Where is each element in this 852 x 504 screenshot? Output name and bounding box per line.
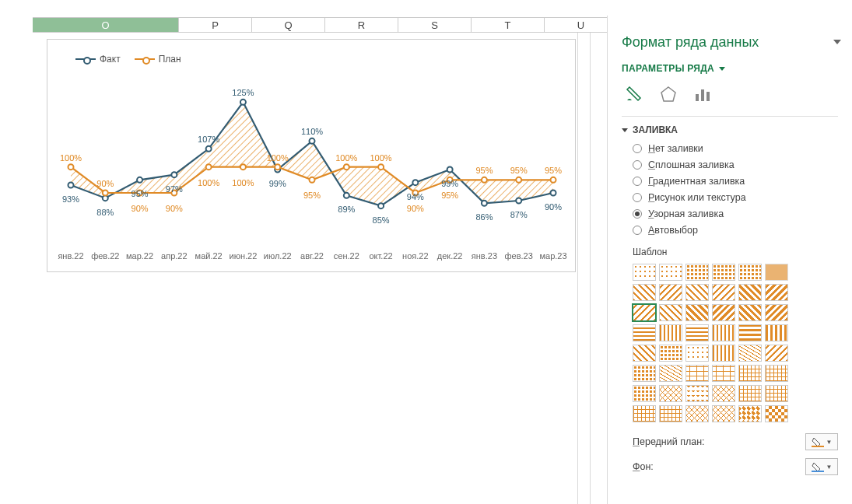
pattern-swatch[interactable] [659,304,682,321]
pattern-swatch[interactable] [633,264,656,281]
chevron-down-icon [719,67,725,71]
data-label: 95% [510,166,528,175]
pattern-swatch[interactable] [659,385,682,402]
column-header-T[interactable]: T [472,18,545,32]
pattern-swatch[interactable] [659,264,682,281]
fill-line-tab-icon[interactable] [625,85,643,103]
pattern-swatch[interactable] [659,324,682,341]
background-color-button[interactable]: ▼ [805,458,838,475]
fill-option-radio[interactable]: Градиентная заливка [633,176,838,187]
fill-option-radio[interactable]: Нет заливки [633,143,838,154]
fill-option-label: Автовыбор [648,225,698,236]
pattern-swatch[interactable] [738,345,762,362]
panel-options-dropdown-icon[interactable] [833,37,841,45]
pattern-swatch[interactable] [765,405,788,422]
pattern-swatch[interactable] [633,365,656,382]
pattern-swatch[interactable] [765,324,788,341]
fill-section-header[interactable]: ЗАЛИВКА [622,116,838,135]
pattern-swatch[interactable] [738,385,762,402]
pattern-swatch[interactable] [712,264,735,281]
pattern-swatch[interactable] [712,345,735,362]
fill-option-radio[interactable]: Рисунок или текстура [633,192,838,203]
foreground-color-button[interactable]: ▼ [805,433,838,450]
fill-option-radio[interactable]: Сплошная заливка [633,159,838,170]
pattern-swatch[interactable] [738,365,762,382]
svg-point-26 [378,164,384,170]
panel-title: Формат ряда данных [622,34,838,51]
legend-item-plan[interactable]: План [135,54,181,65]
data-label: 95% [545,166,562,175]
fill-section-label: ЗАЛИВКА [633,124,678,135]
svg-rect-37 [812,471,824,472]
pattern-swatch[interactable] [765,345,788,362]
pattern-swatch[interactable] [738,324,762,341]
data-label: 88% [96,208,114,217]
pattern-swatch[interactable] [738,284,762,301]
pattern-swatch[interactable] [659,365,682,382]
pattern-swatch[interactable] [659,284,682,301]
pattern-swatch[interactable] [685,385,709,402]
pattern-swatch[interactable] [685,264,709,281]
effects-tab-icon[interactable] [659,85,678,103]
fill-option-radio[interactable]: Узорная заливка [633,208,838,219]
pattern-swatch[interactable] [685,405,709,422]
svg-point-12 [412,180,418,185]
pattern-swatch[interactable] [633,405,656,422]
background-color-row: Фон: ▼ [633,458,838,475]
svg-point-30 [516,177,521,183]
pattern-swatch[interactable] [712,365,735,382]
column-header-Q[interactable]: Q [252,18,325,32]
pattern-swatch[interactable] [633,304,656,321]
svg-point-31 [551,177,556,183]
pattern-swatch[interactable] [738,304,762,321]
pattern-swatch[interactable] [685,324,709,341]
pattern-swatch[interactable] [765,385,788,402]
pattern-swatch[interactable] [765,264,788,281]
data-label: 90% [407,204,424,213]
svg-point-22 [240,164,246,170]
pattern-swatch[interactable] [659,345,682,362]
svg-point-17 [68,164,74,170]
pattern-swatch[interactable] [765,304,788,321]
pattern-swatch[interactable] [685,304,709,321]
data-label: 107% [198,135,219,144]
fill-option-radio[interactable]: Автовыбор [633,225,838,236]
column-header-S[interactable]: S [398,18,472,32]
pattern-swatch[interactable] [659,405,682,422]
column-header-P[interactable]: P [179,18,252,32]
series-options-dropdown[interactable]: ПАРАМЕТРЫ РЯДА [622,63,838,74]
data-label: 95% [131,189,149,198]
pattern-swatch[interactable] [712,284,735,301]
pattern-swatch[interactable] [685,345,709,362]
pattern-swatch[interactable] [765,284,788,301]
legend-label-plan: План [159,54,181,65]
pattern-swatch[interactable] [633,385,656,402]
svg-point-2 [68,183,74,188]
pattern-swatch[interactable] [633,345,656,362]
svg-point-15 [516,198,521,204]
pattern-swatch[interactable] [712,405,735,422]
pattern-swatch[interactable] [712,304,735,321]
pattern-swatch[interactable] [738,264,762,281]
series-options-tab-icon[interactable] [693,85,712,103]
svg-point-25 [344,164,349,170]
svg-point-14 [482,201,487,206]
column-header-O[interactable]: O [33,18,179,32]
pattern-swatch[interactable] [685,365,709,382]
pattern-swatch[interactable] [633,284,656,301]
pattern-swatch[interactable] [685,284,709,301]
pattern-swatch[interactable] [712,324,735,341]
pattern-swatch[interactable] [765,365,788,382]
pattern-swatch[interactable] [738,405,762,422]
data-label: 89% [338,205,355,214]
data-label: 95% [303,191,321,200]
data-label: 90% [166,204,183,213]
data-label: 90% [545,202,562,212]
column-header-R[interactable]: R [325,18,398,32]
legend-item-fact[interactable]: Факт [75,54,121,65]
chart-object[interactable]: Факт План янв.22фев.22мар.22апр.22май.22… [47,39,576,272]
svg-rect-34 [701,89,704,101]
pattern-swatch[interactable] [633,324,656,341]
pattern-swatch[interactable] [712,385,735,402]
svg-point-13 [447,167,453,173]
